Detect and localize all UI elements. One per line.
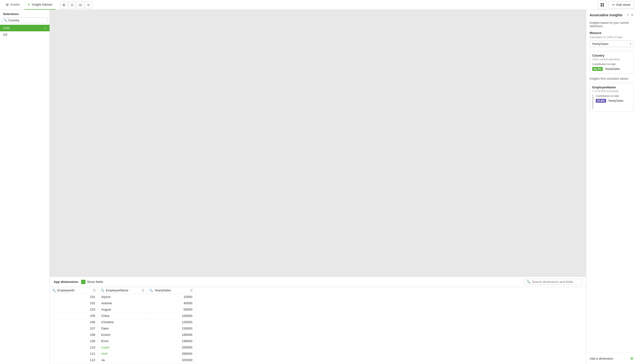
associative-insights-title: Associative insights bbox=[590, 13, 622, 17]
range-icon-btn[interactable]: ⊟ bbox=[77, 1, 84, 8]
excluded-contrib-label: YearlySales bbox=[608, 99, 624, 102]
measure-section-title: Measure bbox=[586, 29, 637, 36]
table-row: 106 bbox=[50, 319, 98, 326]
selection-item-can[interactable]: CAN ✓ bbox=[0, 25, 50, 31]
assets-label: Assets bbox=[10, 3, 20, 6]
employee-name-column: 🔍 EmployeeName ☰ Alyson Antoine August C… bbox=[98, 287, 147, 364]
employee-name-body: Alyson Antoine August Chloe Christine Da… bbox=[98, 294, 147, 364]
table-row: 50000 bbox=[147, 306, 195, 313]
employee-id-header: 🔍 EmployeeID ☰ bbox=[50, 287, 98, 294]
employee-id-title: EmployeeID bbox=[57, 288, 74, 292]
search-icon: 🔍 bbox=[4, 19, 7, 22]
table-row: August bbox=[98, 306, 147, 313]
insight-advisor-tab[interactable]: ✦ Insight Advisor bbox=[24, 0, 55, 10]
selections-header: Selections bbox=[0, 10, 50, 17]
lasso-icon-btn[interactable]: ⊡ bbox=[68, 1, 76, 8]
search-dimensions-box[interactable]: 🔍 bbox=[524, 279, 582, 285]
search-dimensions-icon: 🔍 bbox=[526, 280, 530, 284]
target-icon-btn[interactable]: ⊙ bbox=[85, 1, 92, 8]
excluded-card-content: Contribution to total 37.8% YearlySales bbox=[592, 94, 631, 109]
show-fields-checkbox[interactable]: ✓ bbox=[81, 280, 86, 284]
table-row: 111 bbox=[50, 351, 98, 357]
search-col-icon: 🔍 bbox=[52, 289, 56, 292]
table-row: Christine bbox=[98, 319, 147, 326]
canvas-area bbox=[50, 10, 586, 276]
yearly-sales-header: 🔍 YearlySales ☰ bbox=[147, 287, 195, 294]
table-row: 190000 bbox=[147, 338, 195, 344]
country-card-subtitle: (Your current selection) bbox=[592, 58, 631, 61]
employee-name-header: 🔍 EmployeeName ☰ bbox=[98, 287, 147, 294]
table-row: Alyson bbox=[98, 294, 147, 300]
yearly-sales-column: 🔍 YearlySales ☰ 15000 40000 50000 100000… bbox=[147, 287, 196, 364]
edit-sheet-label: Edit sheet bbox=[616, 3, 630, 6]
table-row: Darin bbox=[98, 326, 147, 332]
country-search-box[interactable]: 🔍 ☰ ✕ bbox=[2, 17, 48, 23]
table-row: 185000 bbox=[147, 332, 195, 338]
toolbar-icons: ⊞ ⊡ ⊟ ⊙ bbox=[60, 1, 92, 8]
table-row: 109 bbox=[50, 338, 98, 344]
search-dimensions-input[interactable] bbox=[532, 280, 580, 284]
employee-id-menu-icon[interactable]: ☰ bbox=[93, 289, 96, 292]
show-fields-toggle[interactable]: ✓ Show fields bbox=[81, 280, 103, 284]
table-row: 103 bbox=[50, 306, 98, 313]
insight-advisor-icon: ✦ bbox=[28, 3, 30, 6]
table-row: 112 bbox=[50, 357, 98, 363]
add-dimension-label: Add a dimension bbox=[590, 357, 613, 360]
insights-from-label: Insights from excluded values: bbox=[586, 75, 637, 81]
insight-advisor-label: Insight Advisor bbox=[32, 3, 52, 6]
right-panel-header: Associative insights ? ✕ bbox=[586, 10, 637, 19]
search-col-icon3: 🔍 bbox=[149, 289, 153, 292]
main-layout: Selections 🔍 ☰ ✕ CAN ✓ US App dimensions bbox=[0, 10, 637, 364]
topbar-right: ✏ Edit sheet bbox=[598, 0, 634, 9]
table-row: Enoch bbox=[98, 332, 147, 338]
bottom-toolbar: App dimensions ✓ Show fields 🔍 bbox=[50, 277, 586, 287]
country-insight-card: Country (Your current selection) Contrib… bbox=[590, 51, 634, 74]
assets-tab[interactable]: ⊞ Assets bbox=[3, 0, 22, 10]
grid-view-button[interactable] bbox=[598, 0, 607, 9]
insights-subtitle: Insights based on your current selection… bbox=[586, 19, 637, 29]
yearly-sales-menu-icon[interactable]: ☰ bbox=[190, 289, 193, 292]
table-row: 325000 bbox=[147, 357, 195, 363]
right-panel-header-icons: ? ✕ bbox=[627, 13, 634, 17]
fields-table-area: 🔍 EmployeeID ☰ 101 102 103 105 106 107 1… bbox=[50, 287, 586, 364]
table-row: Antoine bbox=[98, 300, 147, 306]
country-search-input[interactable] bbox=[7, 18, 50, 23]
table-row: 102 bbox=[50, 300, 98, 306]
close-icon[interactable]: ✕ bbox=[631, 13, 634, 17]
show-fields-label: Show fields bbox=[87, 280, 103, 284]
table-row: 150000 bbox=[147, 326, 195, 332]
excluded-card-details: Contribution to total 37.8% YearlySales bbox=[596, 94, 624, 103]
select-icon-btn[interactable]: ⊞ bbox=[60, 1, 68, 8]
employee-name-menu-icon[interactable]: ☰ bbox=[142, 289, 144, 292]
search-col-icon2: 🔍 bbox=[101, 289, 104, 292]
table-row: 105 bbox=[50, 313, 98, 319]
yearly-sales-title: YearlySales bbox=[154, 288, 171, 292]
table-row: 40000 bbox=[147, 300, 195, 306]
selection-item-us[interactable]: US bbox=[0, 31, 50, 38]
table-row: 101 bbox=[50, 294, 98, 300]
help-icon[interactable]: ? bbox=[627, 13, 629, 17]
topbar: ⊞ Assets ✦ Insight Advisor ⊞ ⊡ ⊟ ⊙ ✏ Edi… bbox=[0, 0, 637, 10]
table-row: 250000 bbox=[147, 344, 195, 351]
measure-select-dropdown[interactable]: YearlySales ▾ bbox=[590, 40, 634, 47]
add-dimension-row[interactable]: Add a dimension ⊕ bbox=[586, 352, 637, 364]
measure-note: Calculated on 100% of data bbox=[586, 36, 637, 40]
excluded-badge: 37.8% bbox=[596, 99, 606, 103]
assets-icon: ⊞ bbox=[6, 3, 9, 6]
can-label: CAN bbox=[3, 26, 10, 30]
employee-id-body: 101 102 103 105 106 107 108 109 110 111 … bbox=[50, 294, 98, 364]
table-row: 108 bbox=[50, 332, 98, 338]
app-dimensions-label: App dimensions bbox=[54, 280, 78, 284]
excluded-bar-visual bbox=[592, 94, 593, 109]
bottom-panel: App dimensions ✓ Show fields 🔍 🔍 Employe… bbox=[50, 276, 586, 364]
edit-sheet-button[interactable]: ✏ Edit sheet bbox=[608, 1, 634, 8]
add-dimension-icon[interactable]: ⊕ bbox=[630, 356, 634, 361]
table-row: 15000 bbox=[147, 294, 195, 300]
measure-select-value: YearlySales bbox=[592, 42, 608, 46]
excluded-card-subtitle: 1 of 20 (5% excluded) bbox=[592, 90, 631, 92]
table-row: Chloe bbox=[98, 313, 147, 319]
center-area: App dimensions ✓ Show fields 🔍 🔍 Employe… bbox=[50, 10, 586, 364]
yearly-sales-body: 15000 40000 50000 100000 125000 150000 1… bbox=[147, 294, 195, 364]
selection-list: CAN ✓ US bbox=[0, 25, 50, 364]
svg-rect-3 bbox=[602, 5, 604, 6]
